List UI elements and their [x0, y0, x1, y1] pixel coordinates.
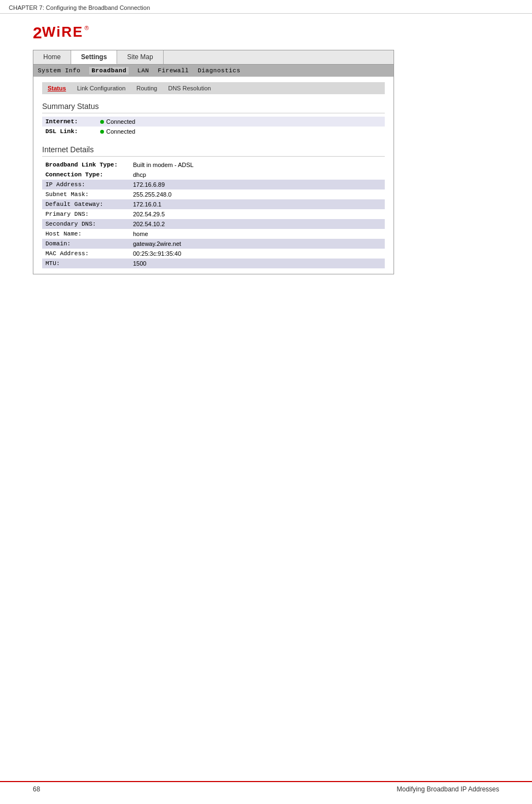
section-nav: System Info Broadband LAN Firewall Diagn…: [33, 65, 394, 77]
section-diagnostics[interactable]: Diagnostics: [198, 67, 240, 74]
details-label-subnet-mask: Subnet Mask:: [45, 191, 133, 198]
footer-page-number: 68: [33, 785, 40, 793]
details-label-mtu: MTU:: [45, 260, 133, 267]
details-value-subnet-mask: 255.255.248.0: [133, 191, 171, 198]
tab-settings[interactable]: Settings: [71, 50, 117, 64]
details-row-subnet-mask: Subnet Mask: 255.255.248.0: [42, 189, 385, 199]
details-value-default-gateway: 172.16.0.1: [133, 201, 161, 208]
chapter-header: CHAPTER 7: Configuring the Broadband Con…: [0, 0, 532, 14]
page-footer: 68 Modifying Broadband IP Addresses: [0, 781, 532, 793]
tab-home[interactable]: Home: [33, 50, 71, 64]
details-label-domain: Domain:: [45, 240, 133, 247]
status-value-internet: Connected: [100, 118, 135, 125]
details-label-mac-address: MAC Address:: [45, 250, 133, 257]
logo-registered: ®: [84, 25, 89, 31]
top-nav: Home Settings Site Map: [33, 50, 394, 65]
page-content: 2 WiRE ® Home Settings Site Map System I…: [0, 14, 532, 285]
details-value-mtu: 1500: [133, 260, 146, 267]
details-row-ip-address: IP Address: 172.16.6.89: [42, 180, 385, 189]
internet-details-title: Internet Details: [42, 145, 385, 157]
status-label-internet: Internet:: [45, 118, 100, 125]
section-firewall[interactable]: Firewall: [158, 67, 189, 74]
details-row-mtu: MTU: 1500: [42, 259, 385, 268]
details-value-broadband-link-type: Built in modem - ADSL: [133, 162, 194, 168]
details-row-mac-address: MAC Address: 00:25:3c:91:35:40: [42, 249, 385, 259]
summary-status-title: Summary Status: [42, 102, 385, 113]
details-label-default-gateway: Default Gateway:: [45, 201, 133, 208]
details-label-ip-address: IP Address:: [45, 181, 133, 188]
inner-content: Status Link Configuration Routing DNS Re…: [33, 77, 394, 274]
details-row-primary-dns: Primary DNS: 202.54.29.5: [42, 209, 385, 219]
logo-wire: WiRE: [42, 24, 84, 40]
summary-status-section: Summary Status Internet: Connected DSL L…: [42, 102, 385, 136]
details-value-connection-type: dhcp: [133, 171, 146, 178]
sub-nav: Status Link Configuration Routing DNS Re…: [42, 82, 385, 94]
details-value-mac-address: 00:25:3c:91:35:40: [133, 250, 181, 257]
details-row-host-name: Host Name: home: [42, 229, 385, 239]
status-value-dsl: Connected: [100, 128, 135, 135]
details-table: Broadband Link Type: Built in modem - AD…: [42, 160, 385, 268]
details-row-secondary-dns: Secondary DNS: 202.54.10.2: [42, 219, 385, 229]
logo: 2 WiRE ®: [33, 25, 499, 41]
connected-dot-dsl: [100, 130, 104, 134]
connected-dot-internet: [100, 120, 104, 124]
dsl-connected-text: Connected: [106, 128, 135, 135]
section-lan[interactable]: LAN: [137, 67, 149, 74]
summary-status-table: Internet: Connected DSL Link: Connected: [42, 117, 385, 136]
status-row-dsl: DSL Link: Connected: [42, 127, 385, 136]
internet-details-section: Internet Details Broadband Link Type: Bu…: [42, 145, 385, 268]
details-value-domain: gateway.2wire.net: [133, 240, 181, 247]
details-value-ip-address: 172.16.6.89: [133, 181, 165, 188]
details-label-secondary-dns: Secondary DNS:: [45, 221, 133, 227]
status-row-internet: Internet: Connected: [42, 117, 385, 127]
logo-2: 2: [33, 25, 42, 41]
sub-nav-link-config[interactable]: Link Configuration: [77, 85, 126, 91]
browser-frame: Home Settings Site Map System Info Broad…: [33, 50, 394, 274]
details-row-default-gateway: Default Gateway: 172.16.0.1: [42, 199, 385, 209]
details-label-connection-type: Connection Type:: [45, 171, 133, 178]
internet-connected-text: Connected: [106, 118, 135, 125]
sub-nav-dns-resolution[interactable]: DNS Resolution: [168, 85, 211, 91]
details-value-secondary-dns: 202.54.10.2: [133, 221, 165, 227]
details-row-broadband-link-type: Broadband Link Type: Built in modem - AD…: [42, 160, 385, 170]
details-row-domain: Domain: gateway.2wire.net: [42, 239, 385, 249]
details-value-host-name: home: [133, 231, 148, 237]
details-label-host-name: Host Name:: [45, 231, 133, 237]
section-broadband[interactable]: Broadband: [89, 67, 129, 74]
section-system-info[interactable]: System Info: [38, 67, 80, 74]
details-value-primary-dns: 202.54.29.5: [133, 211, 165, 217]
details-label-primary-dns: Primary DNS:: [45, 211, 133, 217]
sub-nav-status[interactable]: Status: [48, 85, 66, 91]
details-row-connection-type: Connection Type: dhcp: [42, 170, 385, 180]
tab-sitemap[interactable]: Site Map: [117, 50, 163, 64]
footer-title: Modifying Broadband IP Addresses: [397, 785, 499, 793]
status-label-dsl: DSL Link:: [45, 128, 100, 135]
details-label-broadband-link-type: Broadband Link Type:: [45, 162, 133, 168]
sub-nav-routing[interactable]: Routing: [136, 85, 157, 91]
